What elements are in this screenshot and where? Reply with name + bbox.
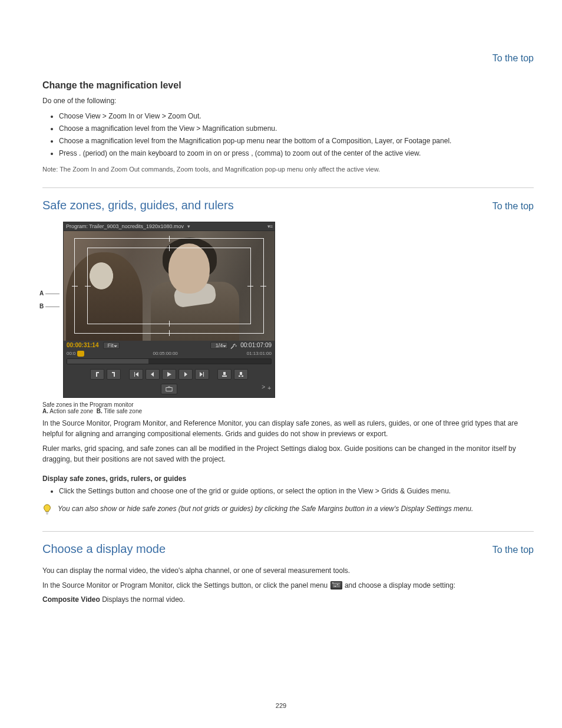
- go-to-out-button[interactable]: [195, 369, 209, 380]
- timecode-right: 00:01:07:09: [240, 342, 272, 348]
- title-safe-zone: [87, 248, 251, 324]
- body-text: Ruler marks, grid spacing, and safe zone…: [42, 443, 534, 465]
- caption-key-a: A.: [42, 408, 48, 414]
- body-text: In the Source Monitor, Program Monitor, …: [42, 418, 534, 440]
- go-to-in-button[interactable]: [129, 369, 143, 380]
- panel-menu-inline-icon: [330, 581, 342, 589]
- svg-rect-0: [166, 387, 172, 391]
- play-button[interactable]: [162, 369, 176, 380]
- list-item: Choose a magnification level from the Vi…: [59, 123, 534, 135]
- svg-rect-2: [46, 513, 48, 513]
- button-editor-expand-icon[interactable]: >: [262, 384, 265, 390]
- intro-text: Do one of the following:: [42, 95, 534, 107]
- extract-button[interactable]: [234, 369, 248, 380]
- page-number: 229: [0, 702, 562, 709]
- heading-safe-zones: Safe zones, grids, guides, and rulers: [42, 199, 492, 212]
- lift-button[interactable]: [217, 369, 232, 380]
- subheading-display-safe-zones: Display safe zones, grids, rulers, or gu…: [42, 475, 534, 483]
- svg-rect-1: [46, 512, 49, 512]
- monitor-title: Program: Trailer_9003_nocredits_1920x108…: [66, 223, 184, 229]
- to-top-link[interactable]: To the top: [492, 545, 534, 555]
- list-item: Click the Settings button and choose one…: [59, 485, 534, 498]
- playhead-icon[interactable]: [77, 351, 84, 357]
- add-button-icon[interactable]: +: [267, 385, 271, 391]
- divider: [42, 187, 534, 188]
- body-text: You can display the normal video, the vi…: [42, 565, 534, 577]
- body-text: In the Source Monitor or Program Monitor…: [42, 580, 534, 591]
- heading-display-mode: Choose a display mode: [42, 542, 492, 556]
- caption-key-b: B.: [97, 408, 103, 414]
- dropdown-arrow-icon[interactable]: ▾: [187, 223, 190, 229]
- export-frame-button[interactable]: [161, 384, 177, 394]
- callout-b: B: [39, 303, 44, 309]
- mark-in-button[interactable]: [90, 369, 104, 380]
- step-back-button[interactable]: [146, 369, 160, 380]
- to-top-link[interactable]: To the top: [492, 201, 534, 212]
- settings-icon[interactable]: [230, 342, 237, 349]
- zoom-fit-dropdown[interactable]: Fit: [103, 342, 120, 349]
- divider: [42, 531, 534, 532]
- caption-text-b: Title safe zone: [104, 408, 142, 414]
- step-forward-button[interactable]: [178, 369, 193, 380]
- magnification-list: Choose View > Zoom In or View > Zoom Out…: [42, 110, 534, 160]
- heading-magnification: Change the magnification level: [42, 80, 534, 91]
- tip-text: You can also show or hide safe zones (bu…: [58, 503, 473, 518]
- timecode-left[interactable]: 00:00:31:14: [67, 342, 98, 348]
- program-monitor: Program: Trailer_9003_nocredits_1920x108…: [63, 222, 275, 398]
- list-item: Choose a magnification level from the Ma…: [59, 135, 534, 147]
- monitor-viewport: [64, 231, 275, 341]
- panel-menu-icon[interactable]: ▾≡: [267, 223, 272, 229]
- mark-out-button[interactable]: [107, 369, 121, 380]
- list-item: Choose View > Zoom In or View > Zoom Out…: [59, 110, 534, 123]
- caption-text-a: Action safe zone: [49, 408, 93, 414]
- figure-caption: Safe zones in the Program monitor: [42, 401, 134, 408]
- svg-rect-3: [46, 514, 48, 515]
- note-text: Note: The Zoom In and Zoom Out commands,…: [42, 164, 534, 174]
- definition-row: Composite Video Displays the normal vide…: [42, 594, 534, 605]
- tip-lightbulb-icon: [42, 504, 52, 518]
- list-item: Press . (period) on the main keyboard to…: [59, 147, 534, 160]
- transport-controls: [64, 367, 275, 382]
- resolution-dropdown[interactable]: 1/4: [210, 342, 229, 349]
- ruler-right: 01:13:01:00: [247, 351, 272, 356]
- timeline-track[interactable]: [67, 358, 272, 364]
- ruler-mid: 00:05:00:00: [84, 351, 247, 356]
- callout-a: A: [39, 290, 44, 297]
- to-top-link[interactable]: To the top: [492, 53, 534, 63]
- ruler-left: 00:0: [67, 351, 76, 356]
